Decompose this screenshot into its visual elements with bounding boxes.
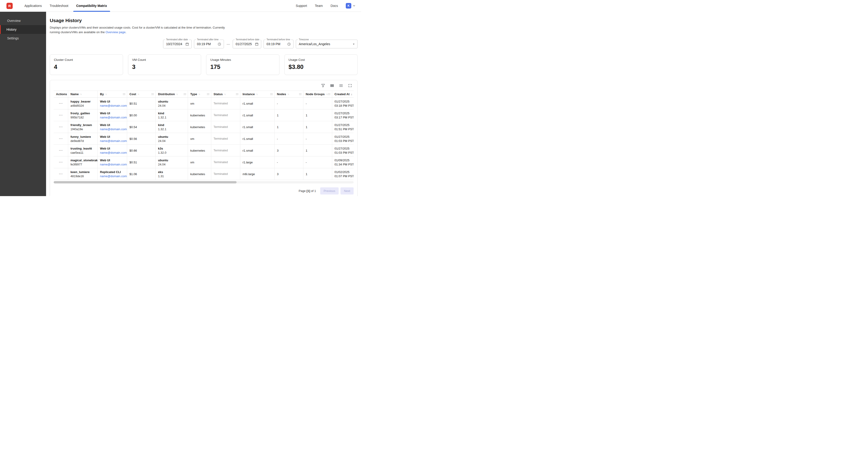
terminated-after-date-input[interactable]: Terminated after date 10/27/2024	[163, 40, 192, 49]
terminated-after-time-input[interactable]: Terminated after time 03:19 PM	[194, 40, 224, 49]
user-email-link[interactable]: name@domain.com	[100, 163, 125, 166]
column-resize-handle-icon[interactable]	[270, 93, 273, 95]
filter-icon[interactable]	[321, 83, 325, 88]
replicated-logo[interactable]: R	[6, 3, 13, 9]
more-options-icon[interactable]: •••	[59, 173, 63, 175]
nodes-value: -	[277, 160, 301, 164]
sidebar-item-settings[interactable]: Settings	[0, 34, 46, 42]
clock-icon[interactable]	[285, 42, 291, 46]
column-resize-handle-icon[interactable]	[207, 93, 209, 95]
terminated-before-date-input[interactable]: Terminated before date 01/27/2025	[232, 40, 261, 49]
user-menu[interactable]: K	[346, 3, 356, 8]
distribution-name: ubuntu	[158, 135, 186, 139]
column-header-by[interactable]: By ↑↓	[98, 91, 127, 98]
user-email-link[interactable]: name@domain.com	[100, 139, 125, 143]
calendar-icon[interactable]	[253, 42, 259, 46]
column-resize-handle-icon[interactable]	[151, 93, 154, 95]
column-header-created-at[interactable]: Created At ↓	[332, 91, 353, 98]
column-resize-handle-icon[interactable]	[328, 93, 330, 95]
cluster-name: friendly_brown	[70, 123, 96, 127]
cluster-count-card: Cluster Count 4	[50, 54, 123, 75]
column-resize-handle-icon[interactable]	[123, 93, 125, 95]
more-options-icon[interactable]: •••	[59, 149, 63, 152]
cluster-name: magical_stonebraker	[70, 158, 96, 162]
nodes-cell: 3	[275, 145, 303, 156]
column-header-instance[interactable]: Instance ↑↓	[240, 91, 275, 98]
nav-support[interactable]: Support	[296, 4, 307, 8]
user-email-link[interactable]: name@domain.com	[100, 174, 125, 178]
more-options-icon[interactable]: •••	[59, 161, 63, 164]
calendar-icon[interactable]	[183, 42, 189, 46]
nodes-value: 3	[277, 149, 301, 152]
user-email-link[interactable]: name@domain.com	[100, 127, 125, 131]
nav-team[interactable]: Team	[315, 4, 323, 8]
left-sidebar: Overview History Settings	[0, 12, 46, 196]
node-groups-cell: -	[303, 133, 332, 145]
column-resize-handle-icon[interactable]	[184, 93, 186, 95]
column-header-actions[interactable]: Actions	[54, 91, 68, 98]
user-email-link[interactable]: name@domain.com	[100, 104, 125, 107]
sort-icon[interactable]: ↑↓	[176, 93, 178, 95]
next-page-button[interactable]: Next	[340, 187, 353, 195]
timezone-select[interactable]: Timezone America/Los_Angeles	[296, 40, 358, 49]
table-row: ••• friendly_brown 1f40a19e Web UI name@…	[54, 121, 353, 133]
nodes-cell: 1	[275, 121, 303, 133]
column-header-name[interactable]: Name ↑↓	[68, 91, 98, 98]
sidebar-item-history[interactable]: History	[0, 25, 46, 34]
sort-icon[interactable]: ↑↓	[80, 93, 81, 95]
nav-compatibility-matrix[interactable]: Compatibility Matrix	[72, 0, 111, 12]
table-row: ••• magical_stonebraker fe3f8977 Web UI …	[54, 156, 353, 168]
previous-page-button[interactable]: Previous	[320, 187, 339, 195]
terminated-before-time-input[interactable]: Terminated before time 03:19 PM	[264, 40, 293, 49]
by-cell: Web UI name@domain.com	[98, 110, 127, 121]
column-resize-handle-icon[interactable]	[236, 93, 239, 95]
nav-troubleshoot[interactable]: Troubleshoot	[46, 0, 72, 12]
sort-icon[interactable]: ↑↓	[105, 93, 107, 95]
user-email-link[interactable]: name@domain.com	[100, 116, 125, 119]
created-time: 03:17 PM PST	[335, 116, 352, 119]
type-value: kubernetes	[190, 149, 209, 152]
column-header-cost[interactable]: Cost ↑↓	[127, 91, 156, 98]
more-options-icon[interactable]: •••	[59, 138, 63, 140]
more-options-icon[interactable]: •••	[59, 114, 63, 116]
column-header-nodes[interactable]: Nodes ↑↓	[275, 91, 303, 98]
sort-icon[interactable]: ↑↓	[256, 93, 257, 95]
more-options-icon[interactable]: •••	[59, 102, 63, 105]
nav-docs[interactable]: Docs	[331, 4, 338, 8]
column-label: Created At	[335, 92, 349, 96]
density-icon[interactable]	[339, 83, 343, 88]
column-header-type[interactable]: Type ↑↓	[188, 91, 211, 98]
nodes-cell: -	[275, 156, 303, 168]
clock-icon[interactable]	[216, 42, 221, 46]
column-header-status[interactable]: Status ↑↓	[211, 91, 240, 98]
columns-icon[interactable]	[330, 83, 334, 88]
more-options-icon[interactable]: •••	[59, 126, 63, 128]
fullscreen-icon[interactable]	[348, 83, 352, 88]
nodes-value: -	[277, 102, 301, 105]
horizontal-scrollbar-track[interactable]	[54, 181, 353, 183]
overview-page-link[interactable]: Overview page	[105, 30, 126, 34]
table-header-row: Actions Name ↑↓ By ↑↓ Cost ↑↓	[54, 91, 353, 98]
stat-label: Usage Cost	[289, 58, 353, 61]
cost-cell: $0.51	[127, 156, 156, 168]
column-label: Type	[190, 92, 197, 96]
sidebar-item-overview[interactable]: Overview	[0, 17, 46, 25]
cost-value: $0.56	[129, 137, 154, 141]
node-groups-value: -	[306, 102, 330, 105]
sort-icon[interactable]: ↑↓	[224, 93, 225, 95]
horizontal-scrollbar-thumb[interactable]	[54, 181, 237, 183]
distribution-name: ubuntu	[158, 158, 186, 162]
column-resize-handle-icon[interactable]	[299, 93, 302, 95]
column-header-node-groups[interactable]: Node Groups ↑↓	[303, 91, 332, 98]
sort-icon[interactable]: ↑↓	[198, 93, 200, 95]
sort-icon[interactable]: ↑↓	[137, 93, 139, 95]
terminated-after-date-label: Terminated after date	[165, 38, 189, 41]
user-avatar[interactable]: K	[346, 3, 351, 8]
nav-applications[interactable]: Applications	[21, 0, 46, 12]
sort-icon[interactable]: ↑↓	[287, 93, 289, 95]
column-header-distribution[interactable]: Distribution ↑↓	[156, 91, 188, 98]
sort-descending-icon[interactable]: ↓	[351, 93, 352, 96]
sort-icon[interactable]: ↑↓	[326, 93, 327, 95]
user-email-link[interactable]: name@domain.com	[100, 151, 125, 154]
cluster-name: funny_lumiere	[70, 135, 96, 139]
